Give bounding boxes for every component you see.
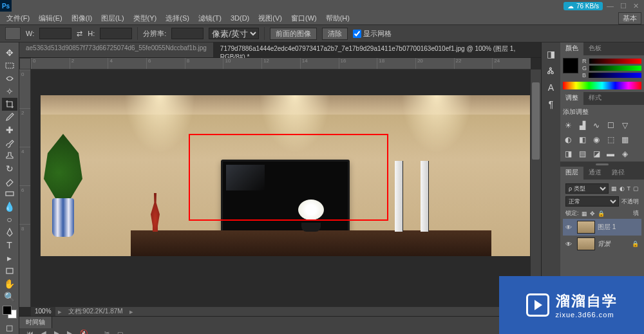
show-grid-input[interactable] xyxy=(353,30,361,38)
foreground-color[interactable] xyxy=(3,306,12,315)
b-slider[interactable] xyxy=(589,73,641,78)
zoom-level-input[interactable]: 100% xyxy=(31,307,55,316)
minimize-button[interactable]: — xyxy=(604,2,616,10)
gradient-tool[interactable] xyxy=(2,187,17,200)
quickmask-toggle[interactable]: ◻ xyxy=(2,321,17,334)
color-swatches[interactable] xyxy=(3,306,17,319)
layer-filter-kind[interactable]: ρ 类型 xyxy=(565,183,609,194)
maximize-button[interactable]: ☐ xyxy=(618,2,629,10)
exposure-icon[interactable]: ☐ xyxy=(605,120,616,131)
history-icon[interactable]: ◨ xyxy=(545,48,558,60)
audio-icon[interactable]: 🔇 xyxy=(80,329,88,335)
prev-frame-icon[interactable]: ◀ xyxy=(41,329,46,335)
pen-tool[interactable] xyxy=(2,226,17,239)
hue-icon[interactable]: ◐ xyxy=(563,135,573,145)
chevron-right-icon[interactable]: ▸ xyxy=(127,308,136,316)
history-brush-tool[interactable]: ↻ xyxy=(2,162,17,175)
layer-row[interactable]: 👁 背景 🔒 xyxy=(563,236,641,252)
hand-tool[interactable]: ✋ xyxy=(2,277,17,290)
filter-adjust-icon[interactable]: ◐ xyxy=(620,185,625,192)
layers-tab[interactable]: 图层 xyxy=(560,167,583,180)
resolution-units[interactable]: 像素/英寸 xyxy=(209,28,259,39)
levels-icon[interactable]: ▟ xyxy=(577,120,587,131)
crop-tool[interactable] xyxy=(2,98,17,111)
first-frame-icon[interactable]: ⏮ xyxy=(27,329,33,335)
color-panel-tab[interactable]: 颜色 xyxy=(560,42,583,55)
layer-row[interactable]: 👁 图层 1 xyxy=(563,219,641,236)
vibrance-icon[interactable]: ▽ xyxy=(620,120,630,131)
type-tool[interactable]: T xyxy=(2,239,17,252)
char-panel-icon[interactable]: A xyxy=(545,81,558,94)
clear-button[interactable]: 清除 xyxy=(322,28,348,40)
layer-thumbnail[interactable] xyxy=(577,237,595,250)
menu-window[interactable]: 窗口(W) xyxy=(287,12,321,24)
visibility-icon[interactable]: 👁 xyxy=(565,241,574,248)
scissors-icon[interactable]: ✂ xyxy=(104,329,109,335)
layer-thumbnail[interactable] xyxy=(577,221,595,234)
lock-pixels-icon[interactable]: ▦ xyxy=(582,210,587,217)
menu-filter[interactable]: 滤镜(T) xyxy=(194,12,225,24)
scrollbar-thumb[interactable] xyxy=(532,82,540,160)
menu-file[interactable]: 文件(F) xyxy=(3,12,33,24)
menu-select[interactable]: 选择(S) xyxy=(162,12,193,24)
transition-icon[interactable]: ▭ xyxy=(117,329,123,335)
gradient-map-icon[interactable]: ▬ xyxy=(605,149,616,159)
curves-icon[interactable]: ∿ xyxy=(591,120,601,131)
invert-icon[interactable]: ◨ xyxy=(563,149,573,159)
blend-mode-select[interactable]: 正常 xyxy=(565,196,619,207)
show-grid-checkbox[interactable]: 显示网格 xyxy=(353,29,392,39)
menu-type[interactable]: 类型(Y) xyxy=(129,12,161,24)
menu-edit[interactable]: 编辑(E) xyxy=(35,12,66,24)
shape-tool[interactable] xyxy=(2,264,17,277)
filter-type-icon[interactable]: T xyxy=(627,185,631,192)
ruler-origin[interactable] xyxy=(19,58,31,70)
g-slider[interactable] xyxy=(589,66,641,71)
channels-tab[interactable]: 通道 xyxy=(583,167,607,180)
menu-image[interactable]: 图像(I) xyxy=(68,12,96,24)
stamp-tool[interactable] xyxy=(2,149,17,162)
photo-filter-icon[interactable]: ◉ xyxy=(591,135,601,145)
styles-tab[interactable]: 样式 xyxy=(583,92,607,105)
channel-mixer-icon[interactable]: ⬚ xyxy=(605,135,616,145)
brush-presets-icon[interactable]: Ꮬ xyxy=(545,64,558,77)
next-frame-icon[interactable]: ▶ xyxy=(67,329,72,335)
adjustments-tab[interactable]: 调整 xyxy=(560,92,583,105)
width-input[interactable] xyxy=(39,28,71,39)
menu-layer[interactable]: 图层(L) xyxy=(97,12,128,24)
swap-icon[interactable]: ⇄ xyxy=(77,30,82,38)
color-spectrum[interactable] xyxy=(563,82,641,89)
filter-shape-icon[interactable]: ▢ xyxy=(633,185,639,192)
vertical-scrollbar[interactable] xyxy=(531,70,541,307)
paragraph-icon[interactable]: ¶ xyxy=(545,98,558,111)
move-tool[interactable]: ✥ xyxy=(2,46,17,59)
filter-pixel-icon[interactable]: ▦ xyxy=(611,185,617,192)
canvas[interactable] xyxy=(31,70,531,307)
crop-preset-icon[interactable] xyxy=(5,27,21,40)
zoom-tool[interactable]: 🔍 xyxy=(2,290,17,303)
timeline-tab[interactable]: 时间轴 xyxy=(19,317,52,328)
eraser-tool[interactable] xyxy=(2,175,17,188)
document-tab[interactable]: 7179d7886a1444e2edc4e07973417a2b7_7e17b9… xyxy=(214,42,541,57)
current-color-swatch[interactable] xyxy=(563,58,578,73)
workspace-switcher[interactable]: 基本 xyxy=(618,12,641,24)
lock-all-icon[interactable]: 🔒 xyxy=(598,210,605,217)
path-select-tool[interactable]: ▸ xyxy=(2,252,17,264)
resolution-input[interactable] xyxy=(171,28,204,39)
selective-color-icon[interactable]: ◈ xyxy=(620,149,630,159)
ruler-horizontal[interactable]: 024681012141618202224 xyxy=(31,58,531,70)
ruler-vertical[interactable]: 02468 xyxy=(19,70,31,307)
close-button[interactable]: ✕ xyxy=(630,2,641,10)
menu-3d[interactable]: 3D(D) xyxy=(227,13,253,23)
swatches-panel-tab[interactable]: 色板 xyxy=(583,42,607,55)
brush-tool[interactable] xyxy=(2,136,17,149)
front-image-button[interactable]: 前面的图像 xyxy=(270,28,317,40)
posterize-icon[interactable]: ▤ xyxy=(577,149,587,159)
height-input[interactable] xyxy=(100,28,132,39)
layer-name[interactable]: 背景 xyxy=(598,239,611,248)
lock-position-icon[interactable]: ✥ xyxy=(590,210,595,217)
bw-icon[interactable]: ◧ xyxy=(577,135,587,145)
menu-help[interactable]: 帮助(H) xyxy=(322,12,354,24)
menu-view[interactable]: 视图(V) xyxy=(254,12,286,24)
marquee-tool[interactable] xyxy=(2,59,17,72)
lasso-tool[interactable] xyxy=(2,72,17,85)
